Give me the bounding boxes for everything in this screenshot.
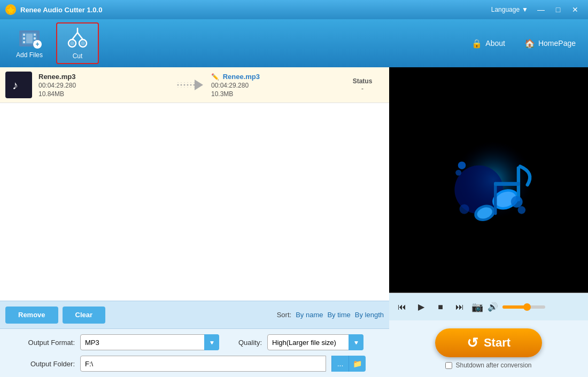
output-size: 10.3MB <box>211 90 341 98</box>
output-duration: 00:04:29.280 <box>211 82 341 89</box>
titlebar: Renee Audio Cutter 1.0.0 Language ▼ — □ … <box>0 0 588 19</box>
format-select-wrapper: MP3 AAC WAV FLAC ▼ <box>80 334 219 350</box>
quality-label: Quality: <box>225 339 262 347</box>
bottom-bar: Remove Clear Sort: By name By time By le… <box>0 301 389 328</box>
svg-line-12 <box>78 33 83 40</box>
main-content: ♪ Renee.mp3 00:04:29.280 10.84MB <box>0 67 588 377</box>
minimize-button[interactable]: — <box>533 4 548 15</box>
homepage-button[interactable]: 🏠 HomePage <box>520 36 580 51</box>
svg-rect-6 <box>34 37 36 40</box>
output-folder-label: Output Folder: <box>11 360 75 368</box>
play-button[interactable]: ▶ <box>414 300 429 315</box>
settings-bar: Output Format: MP3 AAC WAV FLAC ▼ Qualit… <box>0 328 389 377</box>
status-label: Status <box>341 77 384 85</box>
skip-forward-button[interactable]: ⏭ <box>452 300 467 315</box>
language-button[interactable]: Language ▼ <box>488 5 531 14</box>
camera-icon: 📷 <box>471 302 483 312</box>
svg-point-15 <box>81 41 85 45</box>
file-duration: 00:04:29.280 <box>38 82 168 89</box>
svg-text:♪: ♪ <box>12 78 18 92</box>
svg-point-32 <box>511 196 523 208</box>
sort-label: Sort: <box>277 311 291 319</box>
add-files-label: Add Files <box>16 51 43 59</box>
svg-line-11 <box>72 33 78 40</box>
svg-rect-28 <box>494 182 497 215</box>
output-info: ✏️ Renee.mp3 00:04:29.280 10.3MB <box>211 73 341 98</box>
sort-by-name[interactable]: By name <box>296 311 323 319</box>
output-format-label: Output Format: <box>11 339 75 347</box>
file-info: Renee.mp3 00:04:29.280 10.84MB <box>38 73 168 98</box>
file-thumbnail: ♪ <box>5 72 32 98</box>
svg-point-31 <box>455 170 461 176</box>
svg-point-30 <box>458 161 466 169</box>
app-title: Renee Audio Cutter 1.0.0 <box>20 6 102 14</box>
svg-rect-16 <box>8 74 29 96</box>
output-folder-input[interactable] <box>80 356 326 372</box>
svg-marker-20 <box>195 80 203 90</box>
about-label: About <box>485 39 505 48</box>
format-dropdown-arrow: ▼ <box>204 334 219 350</box>
start-area: ↺ Start Shutdown after conversion <box>389 320 588 377</box>
folder-row: Output Folder: ... 📁 <box>11 356 378 372</box>
start-button[interactable]: ↺ Start <box>435 328 542 357</box>
browse-button[interactable]: ... <box>331 356 349 372</box>
status-value: - <box>341 85 384 92</box>
add-files-button[interactable]: + Add Files <box>8 22 51 64</box>
play-icon: ▶ <box>418 302 424 312</box>
clear-button[interactable]: Clear <box>63 307 106 324</box>
output-name: ✏️ Renee.mp3 <box>211 73 341 81</box>
language-dropdown-icon: ▼ <box>522 6 528 13</box>
sort-area: Sort: By name By time By length <box>277 311 384 319</box>
left-panel: ♪ Renee.mp3 00:04:29.280 10.84MB <box>0 67 389 377</box>
svg-rect-19 <box>176 82 195 88</box>
close-button[interactable]: ✕ <box>568 4 583 15</box>
right-panel: ⏮ ▶ ■ ⏭ 📷 🔊 ↺ Start <box>389 67 588 377</box>
sort-by-length[interactable]: By length <box>355 311 384 319</box>
titlebar-controls: Language ▼ — □ ✕ <box>488 4 583 15</box>
homepage-label: HomePage <box>538 39 576 48</box>
titlebar-left: Renee Audio Cutter 1.0.0 <box>5 4 102 15</box>
folder-icon: 📁 <box>353 359 362 368</box>
edit-icon: ✏️ <box>211 73 219 81</box>
volume-thumb <box>523 303 531 311</box>
sort-by-time[interactable]: By time <box>327 311 350 319</box>
start-refresh-icon: ↺ <box>467 335 478 351</box>
camera-button[interactable]: 📷 <box>471 301 483 313</box>
arrow-area <box>168 77 211 93</box>
preview-area <box>389 67 588 293</box>
svg-rect-3 <box>23 37 25 40</box>
nav-buttons: 🔒 About 🏠 HomePage <box>467 36 580 51</box>
cut-button[interactable]: Cut <box>56 22 99 64</box>
about-button[interactable]: 🔒 About <box>467 36 509 51</box>
shutdown-checkbox[interactable] <box>445 362 452 369</box>
svg-point-34 <box>459 204 469 214</box>
svg-point-33 <box>518 206 526 214</box>
file-size: 10.84MB <box>38 90 168 98</box>
svg-rect-4 <box>23 41 25 43</box>
music-note-visual <box>435 127 542 233</box>
table-row[interactable]: ♪ Renee.mp3 00:04:29.280 10.84MB <box>0 67 389 103</box>
maximize-button[interactable]: □ <box>551 4 566 15</box>
homepage-icon: 🏠 <box>524 38 535 49</box>
plus-badge: + <box>33 40 42 49</box>
volume-slider[interactable] <box>502 305 545 309</box>
open-folder-button[interactable]: 📁 <box>349 356 366 372</box>
shutdown-label: Shutdown after conversion <box>455 362 531 369</box>
svg-rect-8 <box>26 34 33 43</box>
stop-button[interactable]: ■ <box>433 300 448 315</box>
svg-marker-0 <box>6 5 16 14</box>
skip-back-icon: ⏮ <box>398 302 406 312</box>
quality-select-wrapper: High(Larger file size) Medium Low ▼ <box>267 334 363 350</box>
about-lock-icon: 🔒 <box>471 38 482 49</box>
format-row: Output Format: MP3 AAC WAV FLAC ▼ Qualit… <box>11 334 378 350</box>
shutdown-row: Shutdown after conversion <box>445 362 531 369</box>
cut-icon <box>67 27 88 50</box>
film-strip-icon: + <box>19 30 40 46</box>
output-format-select[interactable]: MP3 AAC WAV FLAC <box>80 334 219 350</box>
start-label: Start <box>484 336 510 350</box>
cut-label: Cut <box>73 52 83 60</box>
remove-button[interactable]: Remove <box>5 307 58 324</box>
svg-rect-2 <box>23 34 25 36</box>
toolbar: + Add Files Cut 🔒 About 🏠 HomePage <box>0 19 588 67</box>
skip-back-button[interactable]: ⏮ <box>394 300 409 315</box>
